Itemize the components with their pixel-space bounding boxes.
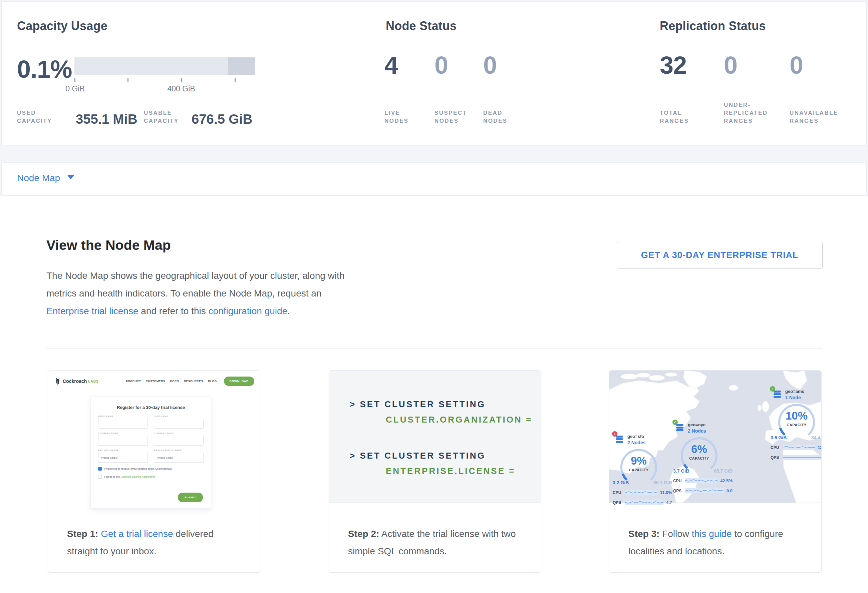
qps-sparkline [625,500,663,505]
sql-command: > SET CLUSTER SETTING [350,450,486,461]
page-title: View the Node Map [46,237,171,253]
enterprise-trial-license-link[interactable]: Enterprise trial license [46,306,138,316]
qps-sparkline [782,455,821,460]
mini-form-title: Register for a 30-day trial license [98,405,204,410]
step3-caption: Step 3: Follow this guide to configure l… [628,525,805,560]
qps-label: QPS [771,455,782,460]
used-capacity-label: USED CAPACITY [17,109,52,125]
mini-download-button: DOWNLOAD [224,377,254,386]
project-phase-select: Please Select [98,453,148,463]
gauge-caption: CAPACITY [778,423,815,427]
qps-value: 4.7 [666,500,672,505]
node-stack-icon [615,434,624,444]
locality-nodes: 2 Nodes [627,440,645,445]
axis-tick [127,78,128,82]
mini-submit-button: SUBMIT [178,493,203,502]
cluster-summary-panel: Capacity Usage 0.1% 0 GiB 400 GiB USED C… [1,1,867,146]
unavailable-ranges-value: 0 [790,51,803,79]
dead-nodes-label: DEAD NODES [483,109,507,125]
locality-nodes: 1 Node [785,395,801,400]
agreement-text: I agree to the [104,475,121,478]
company-name-field [98,436,148,446]
cpu-value: 12.3% [818,445,822,450]
sql-argument: CLUSTER.ORGANIZATION = [386,415,532,425]
field-label: REASON FOR INTEREST [154,449,204,452]
cpu-sparkline [685,478,717,483]
cockroach-logo-icon [55,378,61,385]
field-label: COMPANY EMAIL [154,432,204,434]
mini-nav-product: PRODUCT [126,380,141,383]
node-stack-icon [675,423,685,432]
gauge-caption: CAPACITY [681,456,718,460]
dead-nodes-value: 0 [483,51,497,79]
map-locality-sfo: 1 geo=sfo 2 Nodes 9% CAPACITY 3.2 GiB35.… [611,431,674,509]
checkbox-empty [98,475,102,478]
step3-prefix: Step 3: [628,529,660,539]
axis-tick [181,78,182,82]
capacity-bar [74,57,255,75]
cpu-value: 42.5% [720,478,732,483]
sql-code-block: > SET CLUSTER SETTING CLUSTER.ORGANIZATI… [329,371,541,503]
locality-name: geo=sfo [627,434,644,439]
first-name-field [98,419,148,428]
field-label: LAST NAME [154,415,204,418]
gauge-percent: 6% [681,443,718,456]
step2-prefix: Step 2: [348,529,379,539]
suspect-nodes-value: 0 [434,51,448,79]
node-map-dropdown-label[interactable]: Node Map [17,173,60,184]
gauge-percent: 9% [620,455,657,467]
mini-nav-resources: RESOURCES [184,380,203,383]
get-trial-license-link[interactable]: Get a trial license [101,529,173,539]
step1-caption: Step 1: Get a trial license delivered st… [67,525,244,560]
axis-tick-label: 400 GiB [161,84,201,93]
locality-nodes: 2 Nodes [688,428,706,434]
trial-license-form: Register for a 30-day trial license FIRS… [90,397,211,509]
field-label: FIRST NAME [98,415,148,418]
chevron-down-icon[interactable] [67,175,74,180]
company-email-field [154,436,204,446]
under-replicated-ranges-label: UNDER- REPLICATED RANGES [724,101,768,125]
field-label: PROJECT PHASE [98,449,148,452]
gauge-caption: CAPACITY [620,468,657,472]
cpu-value: 11.0% [660,490,672,495]
map-locality-nyc: ✓ geo=nyc 2 Nodes 6% CAPACITY 3.7 GiB65.… [671,419,735,497]
enterprise-trial-button[interactable]: GET A 30-DAY ENTERPRISE TRIAL [617,242,822,269]
cpu-sparkline [782,445,815,450]
locality-name: geo=nyc [688,422,706,427]
gauge-percent: 10% [778,409,815,422]
intro-text-2: and refer to this [138,306,208,316]
cpu-label: CPU [613,490,625,495]
node-status-title: Node Status [386,19,456,33]
node-stack-icon [772,390,782,399]
qps-label: QPS [613,500,625,505]
brand-name: Cockroach [63,378,87,384]
live-nodes-label: LIVE NODES [384,109,409,125]
this-guide-link[interactable]: this guide [692,529,732,539]
step2-card: > SET CLUSTER SETTING CLUSTER.ORGANIZATI… [329,370,541,572]
last-name-field [154,419,204,428]
qps-label: QPS [673,489,685,493]
step1-text-a [98,529,101,539]
capacity-bar-dark [228,57,255,75]
total-ranges-label: TOTAL RANGES [660,109,689,125]
brand-suffix: LABS [88,380,99,383]
cpu-label: CPU [673,478,685,483]
sql-command: > SET CLUSTER SETTING [350,399,486,409]
unavailable-ranges-label: UNAVAILABLE RANGES [790,109,838,125]
total-gib: 34.4 GiB [811,435,822,440]
intro-text-1: The Node Map shows the geographical layo… [46,271,344,299]
license-agreement-label: I agree to the Software License Agreemen… [104,475,155,478]
mini-nav-customers: CUSTOMERS [146,380,165,383]
total-gib: 65.7 GiB [714,468,732,474]
mini-site-nav: PRODUCT CUSTOMERS DOCS RESOURCES BLOG DO… [126,377,254,386]
email-updates-label: I would like to receive email updates ab… [104,467,173,470]
qps-value: 0.0 [726,488,732,493]
field-label: COMPANY NAME [98,432,148,434]
configuration-guide-link[interactable]: configuration guide [208,306,288,316]
mini-site-header: Cockroach LABS PRODUCT CUSTOMERS DOCS RE… [55,376,254,387]
axis-tick [235,78,236,82]
used-gib: 3.2 GiB [613,480,629,485]
total-ranges-value: 32 [660,51,686,79]
node-map-dropdown[interactable]: Node Map [1,162,867,195]
locality-name: geo=ams [785,389,804,394]
